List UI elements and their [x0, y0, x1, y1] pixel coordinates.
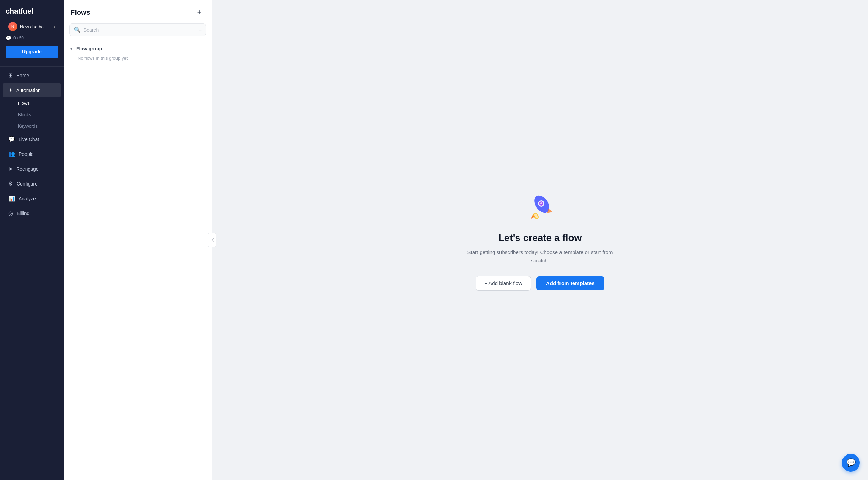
sidebar-item-live-chat-label: Live Chat [19, 137, 39, 142]
people-icon: 👥 [8, 151, 15, 157]
configure-icon: ⚙ [8, 180, 13, 187]
sidebar: chatfuel N New chatbot › 💬 0 / 50 Upgrad… [0, 0, 64, 480]
sidebar-item-automation[interactable]: ✦ Automation [3, 83, 61, 97]
main-content: 《 Let's create a flow Start getting subs… [212, 0, 868, 480]
automation-icon: ✦ [8, 87, 13, 93]
sidebar-item-billing-label: Billing [17, 211, 29, 216]
flow-group-label: Flow group [76, 46, 102, 51]
sidebar-sub-item-keywords[interactable]: Keywords [3, 121, 61, 131]
rocket-illustration [523, 190, 557, 224]
empty-state-description: Start getting subscribers today! Choose … [464, 248, 616, 265]
sidebar-item-billing[interactable]: ◎ Billing [3, 206, 61, 220]
sidebar-item-reengage-label: Reengage [16, 166, 39, 172]
search-icon: 🔍 [74, 27, 81, 33]
app-logo: chatfuel [0, 0, 64, 20]
flow-group-empty-text: No flows in this group yet [69, 53, 206, 62]
chat-widget-button[interactable]: 💬 [842, 454, 860, 472]
sidebar-item-home[interactable]: ⊞ Home [3, 68, 61, 82]
add-flow-button[interactable]: + [194, 7, 205, 18]
collapse-icon: 《 [210, 237, 214, 243]
collapse-panel-button[interactable]: 《 [208, 233, 216, 247]
credits-icon: 💬 [6, 35, 11, 41]
sidebar-item-people-label: People [19, 151, 34, 157]
sidebar-item-reengage[interactable]: ➤ Reengage [3, 162, 61, 176]
live-chat-icon: 💬 [8, 136, 15, 142]
sidebar-item-automation-label: Automation [16, 88, 41, 93]
empty-state-title: Let's create a flow [498, 232, 582, 243]
reengage-icon: ➤ [8, 166, 13, 172]
sidebar-item-home-label: Home [16, 73, 29, 78]
sidebar-item-people[interactable]: 👥 People [3, 147, 61, 161]
sidebar-item-configure[interactable]: ⚙ Configure [3, 177, 61, 191]
chatbot-selector[interactable]: N New chatbot › [3, 20, 61, 33]
flow-group-arrow-icon: ▼ [69, 46, 73, 51]
flow-panel: Flows + 🔍 ≡ ▼ Flow group No flows in thi… [64, 0, 212, 480]
credits-count: 0 / 50 [13, 36, 24, 40]
analyze-icon: 📊 [8, 195, 15, 202]
flow-group: ▼ Flow group No flows in this group yet [64, 42, 212, 65]
sidebar-sub-item-flows[interactable]: Flows [3, 98, 61, 109]
sidebar-sub-item-blocks[interactable]: Blocks [3, 109, 61, 120]
add-blank-flow-button[interactable]: + Add blank flow [476, 276, 531, 291]
flow-panel-header: Flows + [64, 0, 212, 23]
chatbot-name: New chatbot [20, 24, 54, 29]
sidebar-item-live-chat[interactable]: 💬 Live Chat [3, 132, 61, 146]
sidebar-divider-top [0, 66, 64, 67]
sidebar-item-analyze[interactable]: 📊 Analyze [3, 191, 61, 206]
upgrade-button[interactable]: Upgrade [6, 46, 58, 58]
flow-panel-title: Flows [71, 9, 90, 17]
sidebar-item-configure-label: Configure [17, 181, 38, 187]
billing-icon: ◎ [8, 210, 13, 217]
chat-widget-icon: 💬 [846, 458, 856, 467]
sidebar-item-analyze-label: Analyze [19, 196, 36, 201]
chatbot-arrow-icon: › [54, 24, 55, 29]
flow-group-header[interactable]: ▼ Flow group [69, 44, 206, 53]
chatbot-avatar: N [8, 22, 17, 31]
svg-point-3 [540, 202, 542, 204]
credits-display: 💬 0 / 50 [0, 33, 64, 46]
add-from-templates-button[interactable]: Add from templates [536, 276, 604, 290]
empty-state: Let's create a flow Start getting subscr… [457, 183, 623, 298]
home-icon: ⊞ [8, 72, 13, 79]
search-input[interactable] [83, 27, 196, 33]
search-bar: 🔍 ≡ [69, 23, 206, 36]
filter-icon[interactable]: ≡ [199, 27, 202, 33]
empty-state-actions: + Add blank flow Add from templates [476, 276, 604, 291]
